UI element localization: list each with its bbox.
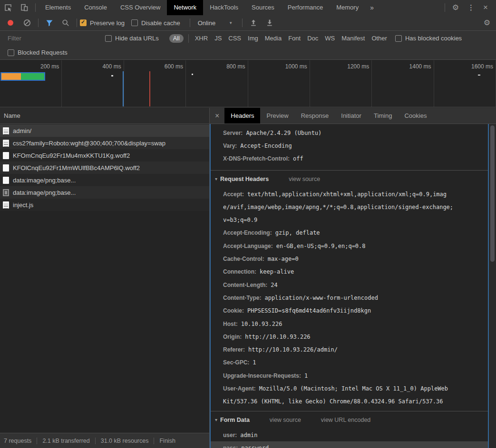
has-blocked-cookies-label: Has blocked cookies [405,35,462,42]
form-data-line-user[interactable]: user:admin [211,429,488,441]
resources-size: 31.0 kB resources [101,438,149,444]
kebab-menu-icon[interactable]: ⋮ [463,0,479,15]
response-header-line: Vary:Accept-Encoding [211,139,488,152]
scrollbar-thumb[interactable] [490,125,495,262]
more-tabs-icon[interactable]: » [365,4,379,11]
filter-input[interactable]: Filter [8,35,105,42]
request-headers-section-header[interactable]: ▾ Request Headers view source [211,170,488,188]
import-har-icon[interactable] [249,19,258,27]
devtools-window: Elements Console CSS Overview Network Ha… [0,0,496,448]
tab-memory[interactable]: Memory [330,0,365,15]
blocked-requests-checkbox[interactable] [8,49,14,56]
filter-icon[interactable] [45,19,54,27]
timeline-tick: 200 ms [0,60,61,70]
view-source-link[interactable]: view source [289,176,320,182]
filter-type-media[interactable]: Media [262,35,285,42]
tab-console[interactable]: Console [78,0,114,15]
timeline-tick: 800 ms [186,60,247,70]
tab-hacktools[interactable]: HackTools [203,0,245,15]
headers-content: Server:Apache/2.4.29 (Ubuntu) Vary:Accep… [210,124,489,448]
tab-cookies[interactable]: Cookies [398,108,433,124]
filter-type-manifest[interactable]: Manifest [338,35,368,42]
triangle-down-icon: ▾ [215,176,217,181]
settings-gear-icon[interactable]: ⚙ [448,0,463,15]
request-row-injectjs[interactable]: inject.js [0,199,209,211]
request-name: inject.js [13,201,33,209]
filter-type-font[interactable]: Font [285,35,304,42]
clear-icon[interactable] [23,19,31,27]
request-row-dataimage-1[interactable]: data:image/png;base... [0,174,209,186]
overview-waiting-segment [1,73,21,80]
request-details-pane: × Headers Preview Response Initiator Tim… [210,108,496,448]
timeline-tick: 1000 ms [248,60,310,70]
request-header-line: Referer:http://10.10.93.226/admin/ [211,343,488,356]
tab-css-overview[interactable]: CSS Overview [114,0,167,15]
request-header-line: e/avif,image/webp,image/apng,*/*;q=0.8,a… [211,200,488,213]
request-name: data:image/png;base... [13,177,76,184]
file-icon [3,177,9,184]
tab-elements[interactable]: Elements [39,0,78,15]
hide-data-urls-checkbox[interactable] [105,35,112,42]
divider [188,34,189,43]
network-settings-gear-icon[interactable]: ⚙ [479,15,496,30]
inspect-element-icon[interactable] [4,3,12,12]
tab-network[interactable]: Network [167,0,203,15]
request-row-woff2-1[interactable]: KFOmCnqEu92Fr1Mu4mxKKTU1Kg.woff2 [0,149,209,162]
search-icon[interactable] [61,19,70,27]
request-header-line: Accept:text/html,application/xhtml+xml,a… [211,188,488,200]
filter-type-js[interactable]: JS [211,35,225,42]
request-header-line: Accept-Encoding:gzip, deflate [211,227,488,239]
view-url-encoded-link[interactable]: view URL encoded [321,417,370,423]
filter-type-css[interactable]: CSS [225,35,244,42]
divider [190,19,190,27]
form-data-section-header[interactable]: ▾ Form Data view source view URL encoded [211,411,488,429]
image-icon [3,189,9,196]
script-icon [3,201,9,209]
tab-response[interactable]: Response [295,108,335,124]
network-overview-timeline[interactable]: 200 ms 400 ms 600 ms 800 ms 1000 ms 1200… [0,60,496,107]
request-header-line: Cache-Control:max-age=0 [211,252,488,265]
filter-type-ws[interactable]: WS [321,35,338,42]
tab-headers[interactable]: Headers [224,108,260,124]
details-scrollbar[interactable] [489,124,496,448]
view-source-link[interactable]: view source [270,417,301,423]
request-header-line: Content-Type:application/x-www-form-urle… [211,291,488,304]
request-name: KFOmCnqEu92Fr1Mu4mxKKTU1Kg.woff2 [13,152,130,159]
export-har-icon[interactable] [265,19,274,27]
request-row-css2[interactable]: css2?family=Roboto:wght@300;400;700&disp… [0,137,209,149]
tab-preview[interactable]: Preview [260,108,294,124]
preserve-log-checkbox[interactable] [80,19,87,26]
filter-type-other[interactable]: Other [368,35,390,42]
file-icon [3,164,9,172]
request-row-dataimage-2[interactable]: data:image/png;base... [0,186,209,199]
close-devtools-icon[interactable]: × [479,0,492,15]
request-header-line: Origin:http://10.10.93.226 [211,330,488,343]
tab-timing[interactable]: Timing [368,108,399,124]
filter-type-doc[interactable]: Doc [304,35,321,42]
disable-cache-label: Disable cache [141,19,180,27]
finish-time: Finish [159,438,175,444]
name-column-header[interactable]: Name [0,108,209,124]
tab-initiator[interactable]: Initiator [335,108,368,124]
tab-performance[interactable]: Performance [281,0,330,15]
filter-type-xhr[interactable]: XHR [192,35,211,42]
overview-request-dot [111,75,113,76]
throttling-select[interactable]: Online [198,19,216,27]
blocked-requests-bar: Blocked Requests [0,46,496,60]
request-header-line: User-Agent:Mozilla/5.0 (Macintosh; Intel… [211,382,488,395]
response-header-line: X-DNS-Prefetch-Control:off [211,153,488,165]
request-row-woff2-2[interactable]: KFOlCnqEu92Fr1MmWUlfBBc4AMP6lQ.woff2 [0,162,209,174]
device-toolbar-icon[interactable] [20,3,29,12]
request-name: css2?family=Roboto:wght@300;400;700&disp… [13,140,165,147]
tab-sources[interactable]: Sources [245,0,281,15]
form-data-line-pass[interactable]: pass:password [211,441,488,448]
requests-count: 7 requests [4,438,31,444]
record-button[interactable] [8,20,13,26]
close-details-icon[interactable]: × [210,112,224,120]
has-blocked-cookies-checkbox[interactable] [395,35,402,42]
request-row-admin[interactable]: admin/ [0,124,209,137]
section-title: Request Headers [220,176,269,182]
disable-cache-checkbox[interactable] [131,19,138,26]
filter-type-all[interactable]: All [169,34,184,43]
filter-type-img[interactable]: Img [244,35,262,42]
